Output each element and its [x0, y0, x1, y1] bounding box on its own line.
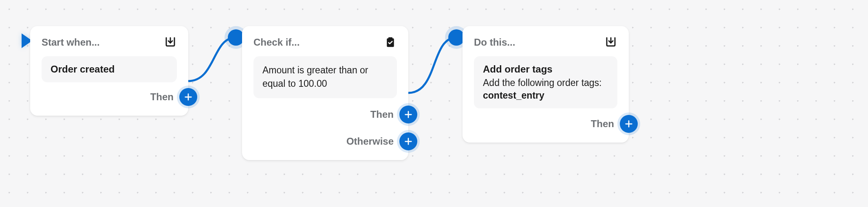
trigger-header: Start when...	[42, 37, 100, 48]
condition-card[interactable]: Check if... Amount is greater than or eq…	[242, 26, 408, 160]
download-icon	[164, 36, 177, 49]
action-then-add-button[interactable]	[620, 115, 638, 133]
trigger-card[interactable]: Start when... Order created Then	[30, 26, 188, 116]
trigger-then-label: Then	[150, 91, 174, 103]
action-content-tag: contest_entry	[483, 90, 608, 101]
action-content-title: Add order tags	[483, 64, 608, 75]
action-header: Do this...	[474, 37, 515, 48]
action-content-sub: Add the following order tags:	[483, 77, 608, 88]
condition-header: Check if...	[253, 37, 300, 48]
condition-content: Amount is greater than or equal to 100.0…	[253, 56, 397, 98]
condition-then-label: Then	[370, 109, 394, 120]
action-input-port[interactable]	[448, 29, 465, 46]
download-icon	[604, 36, 617, 49]
condition-input-port[interactable]	[228, 29, 244, 46]
trigger-content: Order created	[42, 56, 177, 82]
action-card[interactable]: Do this... Add order tags Add the follow…	[463, 26, 629, 143]
condition-then-add-button[interactable]	[399, 106, 417, 123]
action-content: Add order tags Add the following order t…	[474, 56, 617, 108]
condition-otherwise-add-button[interactable]	[399, 132, 417, 150]
action-then-label: Then	[591, 118, 614, 130]
svg-rect-1	[388, 37, 392, 40]
clipboard-check-icon	[384, 36, 397, 49]
condition-otherwise-label: Otherwise	[346, 136, 394, 147]
condition-content-body: Amount is greater than or equal to 100.0…	[262, 64, 388, 91]
trigger-content-title: Order created	[51, 64, 168, 75]
trigger-then-add-button[interactable]	[179, 88, 197, 106]
